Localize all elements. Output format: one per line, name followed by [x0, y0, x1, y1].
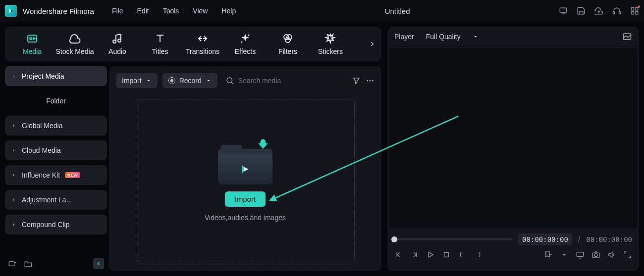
tab-label: Media	[23, 47, 42, 55]
play-icon[interactable]	[426, 250, 435, 259]
svg-marker-29	[429, 252, 433, 258]
import-label: Import	[122, 77, 142, 85]
snapshot-icon[interactable]	[622, 32, 632, 42]
svg-point-23	[367, 80, 368, 82]
svg-rect-5	[631, 7, 634, 10]
tab-label: Effects	[235, 47, 256, 55]
stop-icon[interactable]	[442, 250, 451, 259]
svg-point-34	[594, 254, 597, 257]
app-name: Wondershare Filmora	[23, 7, 94, 15]
filmora-mark-icon	[239, 163, 252, 176]
app-logo	[5, 5, 17, 17]
seek-bar[interactable]	[394, 238, 512, 240]
search-input[interactable]	[238, 77, 347, 85]
sidebar-item-influence-kit[interactable]: Influence Kit NEW	[5, 165, 107, 185]
transport-buttons	[394, 250, 632, 259]
menu-file[interactable]: File	[112, 7, 123, 15]
tab-effects[interactable]: Effects	[224, 33, 267, 55]
import-dropdown[interactable]: Import	[116, 73, 158, 88]
sidebar-item-project-media[interactable]: Project Media	[5, 66, 107, 86]
quality-value: Full Quality	[426, 33, 461, 41]
volume-icon[interactable]	[607, 250, 616, 259]
filters-icon	[282, 33, 294, 45]
tab-stock-media[interactable]: Stock Media	[54, 33, 96, 55]
tab-transitions[interactable]: Transitions	[181, 33, 224, 55]
quality-select[interactable]: Full Quality	[421, 31, 483, 43]
mark-out-icon[interactable]	[474, 250, 483, 259]
sidebar-item-cloud-media[interactable]: Cloud Media	[5, 140, 107, 160]
chevron-down-icon	[11, 73, 17, 79]
import-button[interactable]: Import	[225, 191, 266, 207]
tab-label: Filters	[278, 47, 297, 55]
sidebar-item-compound-clip[interactable]: Compound Clip	[5, 215, 107, 234]
fullscreen-icon[interactable]	[623, 250, 632, 259]
download-arrow-icon	[255, 137, 271, 154]
menu-view[interactable]: View	[193, 7, 208, 15]
tab-label: Transitions	[186, 47, 219, 55]
titles-icon	[154, 33, 166, 45]
cloud-icon[interactable]	[594, 6, 603, 15]
record-label: Record	[179, 77, 202, 85]
record-icon	[168, 77, 175, 84]
mark-in-icon[interactable]	[458, 250, 467, 259]
menu-edit[interactable]: Edit	[137, 7, 149, 15]
svg-rect-6	[636, 7, 638, 10]
tab-label: Stickers	[318, 47, 343, 55]
menu-help[interactable]: Help	[221, 7, 236, 15]
chevron-down-icon[interactable]	[560, 250, 569, 259]
chevron-right-icon	[11, 123, 17, 129]
marker-dropdown-icon[interactable]	[544, 250, 553, 259]
svg-rect-3	[613, 12, 615, 14]
filter-icon[interactable]	[352, 76, 361, 85]
svg-point-12	[118, 39, 121, 42]
tab-label: Audio	[108, 47, 126, 55]
svg-point-10	[30, 38, 32, 40]
menu-tools[interactable]: Tools	[163, 7, 179, 15]
new-bin-icon[interactable]	[8, 259, 17, 268]
tab-media[interactable]: Media	[11, 33, 54, 55]
svg-point-13	[248, 35, 250, 36]
search-icon	[225, 76, 234, 85]
svg-point-21	[227, 78, 232, 83]
svg-line-22	[231, 82, 233, 84]
new-folder-icon[interactable]	[24, 259, 33, 268]
import-dropzone[interactable]: Import Videos,audios,and images	[136, 99, 355, 262]
next-frame-icon[interactable]	[410, 250, 419, 259]
apps-button[interactable]	[630, 6, 639, 15]
transitions-icon	[197, 33, 209, 45]
sidebar-item-label: Cloud Media	[22, 146, 61, 154]
monitor-icon[interactable]	[559, 6, 568, 15]
svg-rect-30	[444, 253, 449, 257]
chevron-left-icon	[96, 261, 102, 267]
display-icon[interactable]	[576, 250, 585, 259]
seek-row: 00:00:00:00 / 00:00:00:00	[394, 233, 632, 245]
sidebar-item-label: Compound Clip	[22, 221, 70, 229]
player-controls: 00:00:00:00 / 00:00:00:00	[387, 230, 639, 271]
tabs-scroll-right-icon[interactable]	[369, 39, 376, 49]
sidebar-item-adjustment-layer[interactable]: Adjustment La...	[5, 190, 107, 210]
timecode-current: 00:00:00:00	[518, 233, 572, 245]
prev-frame-icon[interactable]	[394, 250, 403, 259]
media-workspace: Project Media Folder Global Media Cloud …	[5, 66, 381, 271]
save-icon[interactable]	[577, 6, 586, 15]
tab-audio[interactable]: Audio	[96, 33, 139, 55]
chevron-right-icon	[11, 197, 17, 203]
tab-titles[interactable]: Titles	[139, 33, 181, 55]
headset-icon[interactable]	[612, 6, 621, 15]
tab-filters[interactable]: Filters	[267, 33, 309, 55]
more-icon[interactable]	[366, 76, 375, 85]
sidebar-item-global-media[interactable]: Global Media	[5, 116, 107, 136]
sidebar-footer	[5, 256, 107, 271]
record-dropdown[interactable]: Record	[162, 73, 217, 88]
svg-marker-35	[609, 252, 612, 258]
collapse-sidebar-button[interactable]	[93, 258, 104, 269]
tab-stickers[interactable]: Stickers	[309, 33, 352, 55]
player-viewport[interactable]	[389, 48, 637, 228]
seek-knob[interactable]	[391, 236, 397, 242]
folder-illustration	[218, 140, 272, 184]
camera-icon[interactable]	[591, 250, 600, 259]
chevron-down-icon	[146, 78, 152, 84]
sidebar-item-label: Influence Kit	[22, 171, 60, 179]
sidebar-item-folder[interactable]: Folder	[5, 91, 107, 111]
player-header: Player Full Quality	[387, 27, 639, 46]
